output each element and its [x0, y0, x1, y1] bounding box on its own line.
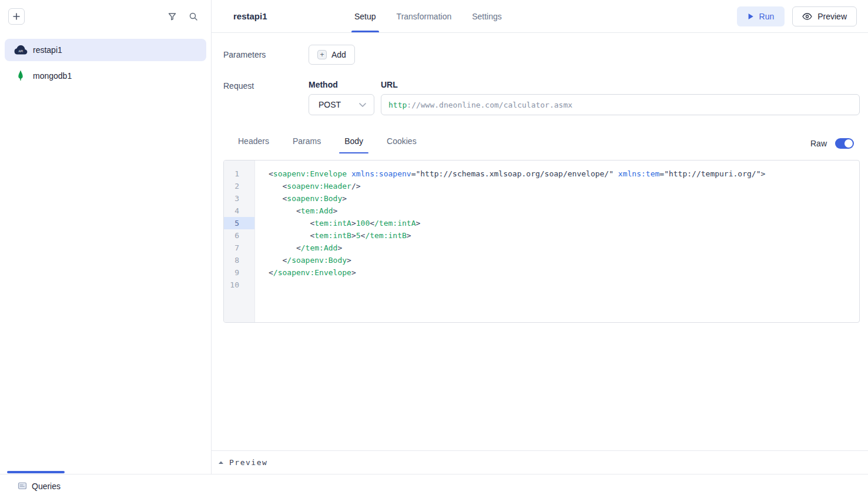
search-icon[interactable]	[189, 12, 198, 21]
queries-tab-indicator	[7, 471, 65, 473]
caret-up-icon[interactable]	[218, 460, 224, 464]
sidebar-toolbar	[0, 0, 211, 33]
queries-tab-label: Queries	[32, 482, 61, 491]
query-sidebar: API restapi1 mongodb1	[0, 0, 212, 474]
preview-button-label: Preview	[817, 12, 847, 21]
mongodb-icon	[13, 70, 28, 82]
query-item-restapi1[interactable]: API restapi1	[5, 39, 206, 61]
app-root: API restapi1 mongodb1 restapi1 Setu	[0, 0, 868, 474]
url-column: URL http://www.dneonline.com/calculator.…	[381, 80, 860, 115]
request-fields: Method POST URL http://www.dneo	[309, 80, 860, 115]
code-line[interactable]: <soapenv:Envelope xmlns:soapenv="http://…	[269, 168, 854, 180]
editor-gutter: 12345678910	[224, 161, 255, 322]
plus-icon	[12, 12, 21, 21]
main-panel: restapi1 Setup Transformation Settings R…	[212, 0, 868, 474]
line-number: 9	[224, 266, 254, 279]
line-number: 6	[224, 229, 254, 242]
run-button-label: Run	[759, 12, 775, 21]
add-parameter-label: Add	[331, 50, 346, 59]
query-item-label: restapi1	[33, 45, 62, 55]
tab-settings[interactable]: Settings	[469, 0, 505, 32]
parameters-row: Parameters + Add	[223, 45, 860, 65]
add-query-button[interactable]	[8, 8, 25, 25]
code-line[interactable]: <soapenv:Header/>	[269, 180, 854, 192]
header-actions: Run Preview	[737, 0, 857, 32]
queries-icon	[18, 481, 27, 492]
code-line[interactable]: <soapenv:Body>	[269, 192, 854, 205]
raw-label: Raw	[810, 139, 827, 148]
sidebar-toolbar-icons	[167, 12, 198, 21]
method-column: Method POST	[309, 80, 374, 115]
body-tab-cookies[interactable]: Cookies	[381, 136, 422, 153]
preview-panel-label: Preview	[229, 458, 267, 467]
queries-tab[interactable]: Queries	[18, 481, 61, 492]
query-header: restapi1 Setup Transformation Settings R…	[212, 0, 868, 33]
eye-icon	[802, 12, 812, 21]
line-number: 7	[224, 242, 254, 254]
code-line[interactable]: <tem:Add>	[269, 205, 854, 217]
bottom-bar: Queries	[0, 474, 868, 498]
chevron-down-icon	[358, 102, 367, 108]
line-number: 1	[224, 168, 254, 180]
query-list: API restapi1 mongodb1	[0, 33, 211, 87]
request-section: Request Method POST	[223, 80, 860, 115]
raw-toggle[interactable]	[835, 138, 854, 149]
request-label: Request	[223, 80, 309, 115]
filter-icon[interactable]	[167, 12, 177, 21]
method-select[interactable]: POST	[309, 94, 374, 115]
code-editor: 12345678910 <soapenv:Envelope xmlns:soap…	[223, 160, 860, 323]
body-tab-params[interactable]: Params	[287, 136, 326, 153]
raw-toggle-knob	[844, 139, 853, 148]
line-number: 2	[224, 180, 254, 192]
url-input[interactable]: http://www.dneonline.com/calculator.asmx	[381, 94, 860, 115]
line-number: 10	[224, 279, 254, 291]
tab-setup[interactable]: Setup	[351, 0, 379, 32]
preview-panel-bar[interactable]: Preview	[212, 450, 868, 474]
code-line[interactable]: <tem:intA>100</tem:intA>	[269, 217, 854, 229]
method-value: POST	[319, 100, 341, 109]
raw-toggle-wrap: Raw	[810, 138, 854, 152]
query-item-mongodb1[interactable]: mongodb1	[5, 65, 206, 87]
code-line[interactable]: </soapenv:Body>	[269, 254, 854, 266]
query-item-label: mongodb1	[33, 71, 72, 81]
code-line[interactable]	[269, 279, 854, 291]
query-title: restapi1	[233, 0, 351, 32]
code-line[interactable]: </tem:Add>	[269, 242, 854, 254]
line-number: 8	[224, 254, 254, 266]
body-tab-headers[interactable]: Headers	[233, 136, 274, 153]
preview-button[interactable]: Preview	[792, 6, 857, 26]
url-scheme: http	[388, 101, 407, 109]
line-number: 4	[224, 205, 254, 217]
url-rest: ://www.dneonline.com/calculator.asmx	[407, 101, 572, 109]
setup-content: Parameters + Add Request Method POST	[212, 33, 868, 450]
restapi-icon: API	[13, 45, 28, 55]
svg-text:API: API	[19, 50, 23, 53]
play-icon	[748, 13, 754, 20]
editor-code[interactable]: <soapenv:Envelope xmlns:soapenv="http://…	[255, 161, 859, 322]
parameters-label: Parameters	[223, 50, 309, 59]
code-line[interactable]: <tem:intB>5</tem:intB>	[269, 229, 854, 242]
body-tabs: Headers Params Body Cookies	[223, 136, 422, 153]
body-tabs-row: Headers Params Body Cookies Raw	[223, 136, 860, 153]
code-line[interactable]: </soapenv:Envelope>	[269, 266, 854, 279]
run-button[interactable]: Run	[737, 6, 785, 26]
body-tab-body[interactable]: Body	[339, 136, 368, 153]
line-number: 3	[224, 192, 254, 205]
url-label: URL	[381, 80, 860, 89]
main-tabs: Setup Transformation Settings	[351, 0, 505, 32]
tab-transformation[interactable]: Transformation	[394, 0, 455, 32]
method-label: Method	[309, 80, 374, 89]
line-number: 5	[224, 217, 254, 229]
plus-icon: +	[317, 50, 327, 59]
add-parameter-button[interactable]: + Add	[309, 45, 355, 65]
